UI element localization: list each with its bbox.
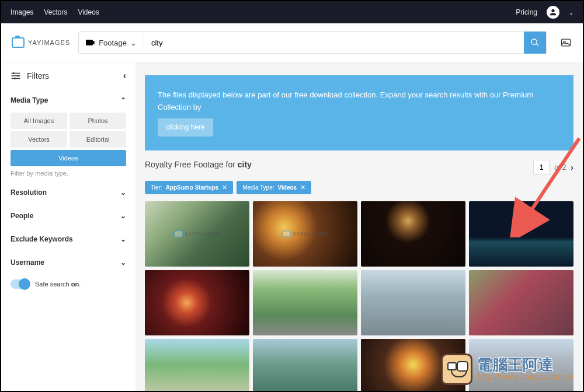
media-type-options: All Images Photos Vectors Editorial Vide… bbox=[11, 113, 126, 166]
chip-tier-remove-icon[interactable]: ✕ bbox=[222, 184, 227, 191]
search-button[interactable] bbox=[524, 32, 546, 54]
thumbnail[interactable] bbox=[469, 201, 573, 267]
topnav-right: Pricing ⌄ bbox=[516, 6, 573, 19]
thumbnail[interactable] bbox=[361, 201, 465, 267]
filter-media-type-title: Media Type bbox=[11, 96, 48, 104]
safe-search-prefix: Safe search bbox=[35, 281, 71, 288]
search-input[interactable] bbox=[144, 32, 524, 53]
thumbnail[interactable] bbox=[469, 339, 573, 391]
nav-pricing[interactable]: Pricing bbox=[516, 8, 537, 16]
topnav-left: Images Vectors Videos bbox=[11, 8, 99, 16]
filter-username-title: Username bbox=[11, 258, 44, 267]
filters-title: Filters bbox=[11, 71, 49, 80]
search-bar: Footage ⌄ bbox=[78, 32, 547, 54]
nav-vectors[interactable]: Vectors bbox=[44, 8, 67, 16]
filter-exclude-head[interactable]: Exclude Keywords ⌄ bbox=[11, 232, 126, 247]
banner-text: The files displayed below are part of ou… bbox=[158, 90, 533, 111]
results-content: The files displayed below are part of ou… bbox=[135, 62, 583, 391]
main-area: Filters ‹ Media Type ⌃ All Images Photos… bbox=[1, 62, 583, 391]
logo-text: YAYIMAGES bbox=[28, 39, 70, 46]
filter-media-type-head[interactable]: Media Type ⌃ bbox=[11, 93, 126, 108]
filter-people-head[interactable]: People ⌄ bbox=[11, 208, 126, 223]
media-videos[interactable]: Videos bbox=[11, 150, 126, 166]
user-icon[interactable] bbox=[547, 6, 559, 19]
page-current-input[interactable] bbox=[533, 160, 550, 175]
nav-images[interactable]: Images bbox=[11, 8, 33, 16]
chevron-down-icon: ⌄ bbox=[120, 258, 126, 267]
media-editorial[interactable]: Editorial bbox=[69, 131, 126, 148]
search-icon bbox=[530, 38, 540, 47]
safe-search-label: Safe search on. bbox=[35, 281, 81, 288]
media-type-hint: Filter by media type. bbox=[11, 170, 126, 177]
safe-search-row: Safe search on. bbox=[11, 279, 126, 289]
filter-people-title: People bbox=[11, 212, 33, 220]
media-all-images[interactable]: All Images bbox=[11, 113, 67, 129]
thumbnail[interactable] bbox=[361, 270, 465, 335]
chip-media-value: Videos bbox=[278, 184, 297, 191]
thumbnail-grid: YAYIMAGES YAYIMAGES bbox=[135, 201, 583, 391]
image-search-icon bbox=[560, 37, 572, 48]
media-photos[interactable]: Photos bbox=[69, 113, 126, 129]
thumbnail[interactable] bbox=[469, 270, 573, 335]
collapse-sidebar-button[interactable]: ‹ bbox=[123, 71, 126, 81]
thumbnail[interactable] bbox=[253, 270, 357, 335]
chip-media-type[interactable]: Media Type:Videos ✕ bbox=[237, 181, 311, 194]
search-type-label: Footage bbox=[99, 38, 127, 47]
logo-camera-icon bbox=[12, 37, 25, 48]
svg-point-3 bbox=[17, 75, 19, 77]
thumbnail[interactable]: YAYIMAGES bbox=[253, 201, 357, 267]
filter-people: People ⌄ bbox=[11, 208, 126, 223]
filter-exclude-title: Exclude Keywords bbox=[11, 235, 73, 243]
sliders-icon bbox=[11, 72, 21, 80]
page-total: of 2 bbox=[554, 163, 566, 172]
results-header: Royalty Free Footage for city of 2 › bbox=[135, 160, 583, 175]
chevron-down-icon: ⌄ bbox=[120, 235, 126, 243]
media-vectors[interactable]: Vectors bbox=[11, 131, 67, 148]
active-filter-chips: Tier:AppSumo Startups ✕ Media Type:Video… bbox=[135, 181, 583, 194]
watermark-logo: YAYIMAGES bbox=[174, 230, 220, 237]
thumbnail[interactable] bbox=[253, 339, 357, 391]
filter-username: Username ⌄ bbox=[11, 255, 126, 270]
image-search-button[interactable] bbox=[559, 36, 572, 49]
filter-username-head[interactable]: Username ⌄ bbox=[11, 255, 126, 270]
results-title: Royalty Free Footage for city bbox=[145, 160, 252, 169]
filter-resolution: Resolution ⌄ bbox=[11, 185, 126, 200]
thumbnail[interactable]: YAYIMAGES bbox=[145, 201, 249, 267]
chip-media-label: Media Type: bbox=[242, 184, 274, 191]
filter-resolution-head[interactable]: Resolution ⌄ bbox=[11, 185, 126, 200]
filter-resolution-title: Resolution bbox=[11, 188, 47, 197]
thumbnail[interactable] bbox=[145, 270, 249, 335]
filters-title-text: Filters bbox=[27, 71, 49, 80]
user-menu-chevron-icon[interactable]: ⌄ bbox=[569, 9, 573, 16]
filter-exclude-keywords: Exclude Keywords ⌄ bbox=[11, 232, 126, 247]
chip-tier-label: Tier: bbox=[151, 184, 162, 191]
chevron-down-icon: ⌄ bbox=[130, 38, 137, 47]
chip-tier[interactable]: Tier:AppSumo Startups ✕ bbox=[145, 181, 233, 194]
results-query: city bbox=[238, 160, 252, 169]
search-bar-row: YAYIMAGES Footage ⌄ bbox=[1, 23, 583, 62]
filters-sidebar: Filters ‹ Media Type ⌃ All Images Photos… bbox=[1, 62, 135, 391]
page-next-button[interactable]: › bbox=[571, 163, 573, 172]
logo[interactable]: YAYIMAGES bbox=[12, 37, 70, 48]
chip-media-remove-icon[interactable]: ✕ bbox=[300, 184, 305, 191]
svg-point-4 bbox=[14, 78, 16, 79]
search-type-dropdown[interactable]: Footage ⌄ bbox=[79, 32, 144, 53]
chevron-up-icon: ⌃ bbox=[120, 96, 126, 104]
thumbnail[interactable] bbox=[361, 339, 465, 391]
top-navigation: Images Vectors Videos Pricing ⌄ bbox=[1, 1, 583, 23]
safe-search-state: on bbox=[71, 281, 79, 288]
svg-rect-0 bbox=[562, 39, 571, 46]
thumbnail[interactable] bbox=[145, 339, 249, 391]
filters-header: Filters ‹ bbox=[11, 71, 126, 81]
watermark-logo: YAYIMAGES bbox=[282, 230, 328, 237]
results-title-prefix: Royalty Free Footage for bbox=[145, 160, 238, 169]
nav-videos[interactable]: Videos bbox=[78, 8, 99, 16]
chip-tier-value: AppSumo Startups bbox=[166, 184, 219, 191]
chevron-down-icon: ⌄ bbox=[120, 188, 126, 197]
banner-cta-button[interactable]: clicking here bbox=[158, 118, 213, 136]
pagination: of 2 › bbox=[533, 160, 573, 175]
safe-search-toggle[interactable] bbox=[11, 279, 29, 289]
svg-point-2 bbox=[13, 72, 15, 74]
chevron-down-icon: ⌄ bbox=[120, 212, 126, 220]
video-camera-icon bbox=[86, 38, 95, 47]
